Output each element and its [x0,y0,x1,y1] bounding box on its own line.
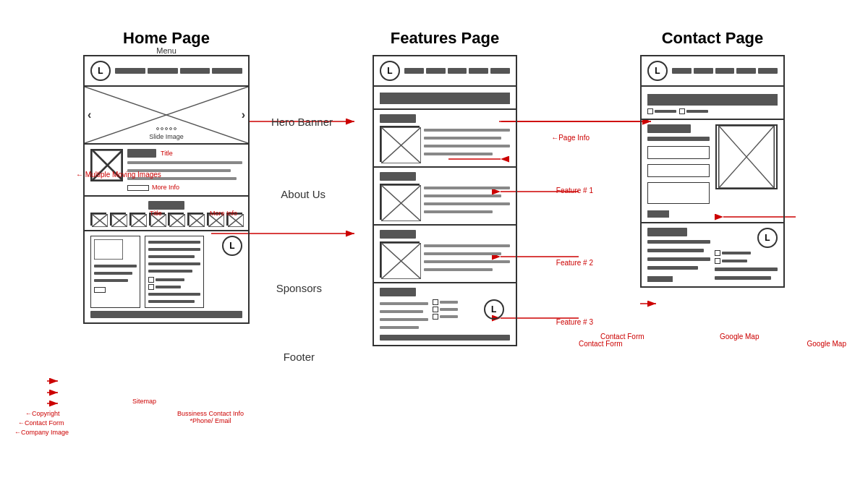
cf-input1[interactable] [647,146,710,159]
f4-cb3 [433,314,438,320]
features-wireframe: L [373,55,517,346]
footer-col3: L [208,236,242,308]
features-page-title: Features Page [391,29,499,48]
page-info-bar [380,93,510,104]
feature2-annotation: Feature # 2 [556,259,593,267]
hero-arrow-left[interactable]: ‹ [88,108,91,121]
slide-label: Slide Image [149,133,184,140]
about-row: Title More Info [90,149,242,191]
home-footer: L [85,231,248,322]
c-check1 [647,108,676,114]
hero-arrow-right[interactable]: › [242,108,245,121]
sponsor-2 [110,213,126,226]
contact-form-area [647,124,710,218]
contact-page-title: Contact Page [662,29,764,48]
svg-rect-45 [94,239,123,260]
feature1-annotation: Feature # 1 [556,187,593,194]
contact-wireframe: L [640,55,785,288]
page-info-red-annotation: ←Page Info [551,134,590,142]
footer-form-box [94,239,123,260]
biz-line-6 [148,293,200,296]
bussiness-annotation: Bussiness Contact Info*Phone/ Email [177,410,244,424]
f4-line1 [380,302,428,305]
cb-line2 [647,249,704,252]
cnav-bar-4 [736,68,756,74]
cf-submit[interactable] [647,210,669,218]
sponsor-6 [187,213,203,226]
c-cbl2 [686,110,708,113]
feature4-icons [433,299,473,320]
f3-line2 [424,252,501,255]
contact-form-red-annotation: Contact Form [579,340,623,348]
biz-line-7 [148,300,195,303]
footer-line-2 [94,272,132,275]
cf-input2[interactable] [647,164,710,177]
title-annotation: Title [161,150,173,157]
contact-map-image [715,124,778,189]
cb-line4 [647,266,698,270]
fnav-bar-4 [469,68,488,74]
feature1-text [424,126,510,157]
contact-top-bar [647,94,778,106]
feature2-title [380,172,416,181]
contact-page-section: Contact Page L [640,29,785,288]
cb-btn[interactable] [647,276,673,282]
cnav-bar-5 [758,68,778,74]
feature2-row [380,184,510,220]
hero-banner-text: Hero Banner [271,116,333,128]
footer-line-3 [94,279,128,282]
cf-textarea[interactable] [647,182,710,204]
contact-top-section [642,87,783,120]
f4-line2 [380,310,423,313]
feature3-title [380,230,416,239]
contact-mid-section [642,120,783,223]
feature-4-section: L [374,283,516,345]
feature2-text [424,184,510,215]
hero-banner-label: Hero Banner [271,116,333,129]
feature2-image [380,184,420,220]
sponsor-3 [129,213,145,226]
more-info-annotation: More Info [152,184,179,191]
contact-bottom-right: L [715,228,778,281]
feature-1-section [374,110,516,168]
feature4-logo: L [477,299,510,320]
f2-line2 [424,194,501,197]
checkbox-icon-1[interactable] [148,277,154,283]
f2-line1 [424,187,510,189]
nav-bar-3 [180,68,210,74]
footer-logo: L [222,236,242,256]
cb-line6 [715,276,771,280]
fnav-bar-1 [404,68,424,74]
f4-cb2 [433,307,438,312]
title-red-annotation: Title [150,210,162,217]
f3-line4 [424,268,493,271]
feature3-image [380,241,420,278]
cb-line3 [647,257,710,261]
contact-bottom-left [647,228,710,282]
sponsor-1 [90,213,106,226]
checkbox-icon-2[interactable] [148,284,154,290]
footer-bottom-bar [90,311,242,318]
f4-cbl2 [440,308,458,311]
f1-line1 [424,129,510,132]
f1-line4 [424,153,493,155]
f4-cbl1 [440,301,458,304]
contact-logo: L [647,61,668,81]
hero-dots [156,127,176,130]
cb-title1 [647,228,687,236]
multiple-moving-annotation: ← Multiple Moving Images [76,171,161,179]
contact-nav-items [672,68,778,74]
f4-check1 [433,299,458,305]
cb-check2 [715,258,747,264]
biz-line-3 [148,255,195,258]
footer-btn[interactable] [94,287,106,293]
feature3-row [380,241,510,278]
sponsor-5 [168,213,184,226]
cb-line1 [647,240,710,244]
company-image-annotation: ←Company Image [14,429,69,436]
more-info-btn[interactable] [127,185,149,191]
feature1-row [380,126,510,162]
feature3-text [424,241,510,273]
feature4-row: L [380,299,510,330]
checkbox-1 [148,277,200,283]
